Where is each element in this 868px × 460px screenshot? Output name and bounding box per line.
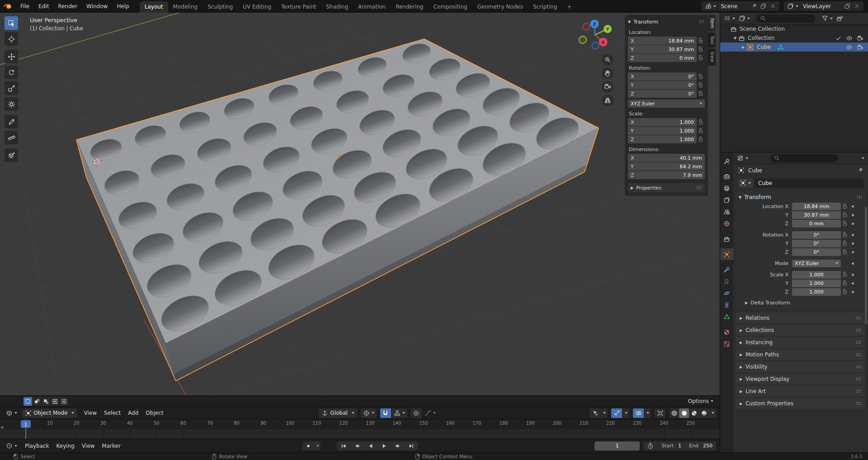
animate-dot[interactable]: [849, 274, 856, 276]
properties-tab-modifiers[interactable]: [720, 264, 733, 275]
nextkey-button[interactable]: [391, 441, 405, 451]
revplay-button[interactable]: [364, 441, 377, 451]
value-field[interactable]: Y 64.2 mm: [628, 162, 705, 171]
npanel-transform-header[interactable]: ▼ Transform: [628, 17, 705, 26]
properties-search-input[interactable]: [770, 154, 838, 162]
viewport-menu-select[interactable]: Select: [100, 410, 124, 416]
properties-tab-object[interactable]: [720, 248, 733, 260]
auto-keying-button[interactable]: [303, 441, 314, 451]
tool-measure-button[interactable]: [5, 131, 18, 144]
object-name-input[interactable]: Cube: [755, 179, 863, 188]
menu-window[interactable]: Window: [82, 2, 112, 11]
lock-icon[interactable]: [841, 241, 849, 246]
xray-toggle[interactable]: [655, 408, 665, 418]
lock-icon[interactable]: [697, 38, 705, 43]
panel-grip-icon[interactable]: [856, 389, 862, 393]
add-workspace-button[interactable]: +: [562, 1, 576, 13]
menu-edit[interactable]: Edit: [34, 2, 53, 11]
workspace-tab-uv-editing[interactable]: UV Editing: [238, 1, 276, 13]
properties-tab-tool[interactable]: [720, 155, 733, 167]
tool-transform-button[interactable]: [5, 97, 18, 111]
panel-motion-paths[interactable]: ▶ Motion Paths: [736, 349, 865, 360]
animate-dot[interactable]: [849, 291, 856, 293]
viewlayer-name-field[interactable]: ViewLayer: [803, 3, 843, 9]
value-field[interactable]: Z 1.000: [628, 135, 697, 143]
tool-add-cube-button[interactable]: [5, 148, 18, 162]
workspace-tab-geometry-nodes[interactable]: Geometry Nodes: [472, 1, 528, 13]
snap-settings-dropdown[interactable]: [392, 408, 407, 418]
properties-tab-particles[interactable]: [720, 275, 733, 287]
properties-tab-constraints[interactable]: [720, 299, 733, 311]
workspace-tab-animation[interactable]: Animation: [353, 1, 391, 13]
outliner-item-label[interactable]: Cube: [757, 44, 771, 50]
panel-grip-icon[interactable]: [857, 195, 863, 199]
lock-icon[interactable]: [841, 204, 849, 209]
panel-grip-icon[interactable]: [696, 186, 702, 190]
current-frame-field[interactable]: 1: [594, 441, 640, 451]
lock-icon[interactable]: [697, 83, 705, 87]
outliner-row-collection[interactable]: ▼Collection: [720, 33, 868, 43]
shading-solid-button[interactable]: [679, 408, 689, 418]
delete-viewlayer-button[interactable]: [852, 3, 862, 9]
workspace-tab-layout[interactable]: Layout: [140, 1, 168, 13]
workspace-tab-compositing[interactable]: Compositing: [428, 1, 472, 13]
timeline-menu-keying[interactable]: Keying: [53, 443, 78, 449]
select-mode-intersect-button[interactable]: [60, 397, 68, 406]
hide-in-viewport-toggle[interactable]: [846, 44, 853, 51]
outliner-row-cube[interactable]: ▶Cube: [720, 43, 868, 52]
new-viewlayer-button[interactable]: [843, 3, 852, 9]
value-field[interactable]: 0°: [792, 240, 841, 247]
timeline-strip[interactable]: ▶ 10 20 30 40 50 60 70 80 90 100 110 120…: [0, 419, 720, 439]
lock-icon[interactable]: [841, 213, 849, 217]
viewport-3d[interactable]: User Perspective (1) Collection | Cube Z…: [0, 13, 720, 395]
value-field[interactable]: Y 0°: [628, 81, 697, 89]
outliner-display-mode-button[interactable]: [723, 15, 736, 22]
panel-grip-icon[interactable]: [856, 316, 862, 320]
animate-dot[interactable]: [849, 223, 856, 225]
panel-custom-properties[interactable]: ▶ Custom Properties: [736, 398, 865, 409]
playhead-frame-chip[interactable]: 1: [21, 420, 31, 428]
value-field[interactable]: 0 mm: [792, 220, 841, 228]
lock-icon[interactable]: [697, 120, 705, 124]
scene-browse-button[interactable]: [703, 1, 718, 11]
prevkey-button[interactable]: [350, 441, 364, 451]
lock-icon[interactable]: [841, 250, 849, 254]
lock-icon[interactable]: [697, 137, 705, 142]
panel-grip-icon[interactable]: [856, 402, 862, 405]
shading-rendered-button[interactable]: [699, 408, 709, 418]
panel-grip-icon[interactable]: [856, 377, 862, 381]
animate-dot[interactable]: [849, 262, 856, 265]
value-field[interactable]: 0°: [792, 231, 841, 239]
timeline-menu-playback[interactable]: Playback: [21, 443, 53, 449]
disable-in-renders-toggle[interactable]: [857, 44, 863, 51]
lock-icon[interactable]: [697, 56, 705, 60]
properties-tab-material[interactable]: [720, 326, 733, 338]
pin-icon[interactable]: [749, 3, 759, 9]
lock-icon[interactable]: [841, 232, 849, 237]
viewport-menu-view[interactable]: View: [80, 410, 100, 416]
outliner-row-scene-collection[interactable]: Scene Collection: [720, 24, 868, 33]
panel-grip-icon[interactable]: [856, 353, 862, 356]
outliner-item-label[interactable]: Scene Collection: [740, 26, 785, 32]
menu-render[interactable]: Render: [54, 2, 81, 11]
navigation-gizmo[interactable]: Z Y X: [577, 17, 613, 53]
value-field[interactable]: Y 1.000: [628, 127, 697, 135]
value-field[interactable]: 1.000: [792, 280, 841, 287]
npanel-tab-tool[interactable]: Tool: [708, 33, 716, 47]
animate-dot[interactable]: [849, 282, 856, 285]
animate-dot[interactable]: [849, 234, 856, 236]
tool-move-button[interactable]: [5, 50, 18, 63]
options-dropdown[interactable]: Options: [688, 398, 713, 404]
animate-dot[interactable]: [849, 242, 856, 245]
value-field[interactable]: X 1.000: [628, 118, 697, 126]
viewport-menu-object[interactable]: Object: [142, 410, 167, 416]
end-frame-field[interactable]: End250: [685, 441, 716, 451]
timeline-menu-marker[interactable]: Marker: [98, 443, 124, 449]
proportional-edit-toggle[interactable]: [411, 408, 422, 418]
value-field[interactable]: 1.000: [792, 271, 841, 279]
workspace-tab-rendering[interactable]: Rendering: [391, 1, 428, 13]
value-field[interactable]: X 0°: [628, 72, 697, 81]
disclosure-triangle[interactable]: ▶: [740, 45, 746, 49]
panel-grip-icon[interactable]: [856, 341, 862, 344]
tool-annotate-button[interactable]: [5, 115, 18, 128]
